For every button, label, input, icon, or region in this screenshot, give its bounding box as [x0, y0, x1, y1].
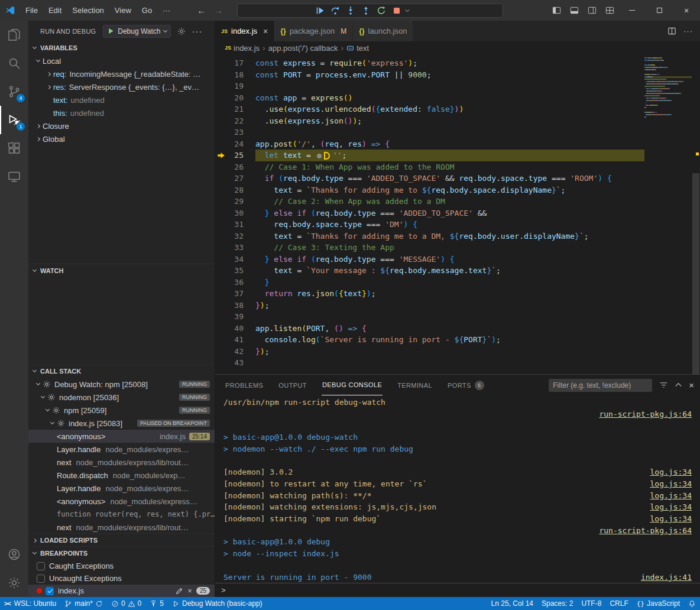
line-number[interactable]: 35: [215, 265, 255, 277]
source-control-icon[interactable]: 4: [0, 77, 28, 106]
console-source-link[interactable]: log.js:34: [639, 490, 692, 502]
editor-gutter[interactable]: 1718192021222324252627282930313233343536…: [215, 54, 255, 374]
debug-status[interactable]: Debug Watch (basic-app): [168, 597, 267, 610]
variable-row[interactable]: text:undefined: [28, 93, 215, 106]
code-line[interactable]: [255, 311, 644, 323]
exception-checkbox[interactable]: [37, 562, 45, 570]
forward-arrow-icon[interactable]: →: [214, 5, 223, 15]
line-number[interactable]: 31: [215, 219, 255, 231]
variable-row[interactable]: req:IncomingMessage {_readableState: …: [28, 67, 215, 80]
line-number[interactable]: 29: [215, 196, 255, 207]
code-line[interactable]: } else if (req.body.type === 'ADDED_TO_S…: [255, 207, 644, 219]
customize-layout-icon[interactable]: [601, 2, 618, 20]
code-line[interactable]: return res.json({text});: [255, 288, 644, 300]
breakpoint-row[interactable]: Caught Exceptions: [28, 560, 215, 572]
callstack-session[interactable]: nodemon [25036]RUNNING: [28, 391, 215, 404]
code-line[interactable]: console.log(`Server is running in port -…: [255, 334, 644, 346]
minimize-button[interactable]: [618, 0, 646, 21]
code-line[interactable]: const express = require('express');: [255, 57, 644, 69]
code-line[interactable]: // Case 3: Texting the App: [255, 242, 644, 254]
code-area[interactable]: const express = require('express');const…: [255, 54, 644, 374]
code-line[interactable]: app.post('/', (req, res) => {: [255, 138, 644, 150]
edit-breakpoint-icon[interactable]: [175, 587, 183, 595]
menu-go[interactable]: Go: [137, 0, 157, 21]
code-line[interactable]: // Case 1: When App was added to the ROO…: [255, 161, 644, 173]
line-number[interactable]: 28: [215, 184, 255, 196]
command-center[interactable]: [237, 4, 503, 18]
code-line[interactable]: } else if (req.body.type === 'MESSAGE') …: [255, 254, 644, 265]
line-number[interactable]: 43: [215, 357, 255, 369]
code-line-current[interactable]: let text = '';: [255, 150, 644, 161]
line-number[interactable]: 26: [215, 161, 255, 173]
callstack-session[interactable]: Debug Watch: npm [25008]RUNNING: [28, 378, 215, 391]
menu-[interactable]: ···: [157, 0, 176, 21]
minimap[interactable]: [644, 54, 692, 374]
callstack-frame[interactable]: nextnode_modules/express/lib/rout…: [28, 456, 215, 469]
breakpoint-row[interactable]: Uncaught Exceptions: [28, 572, 215, 585]
line-number[interactable]: 32: [215, 231, 255, 242]
problems-status[interactable]: 0 0: [107, 597, 145, 610]
console-source-link[interactable]: log.js:34: [639, 478, 692, 490]
callstack-frame[interactable]: function router(req, res, next) {.pr…: [28, 508, 215, 521]
scrollbar-thumb[interactable]: [692, 173, 699, 374]
debug-toolbar-chevron-icon[interactable]: [404, 8, 410, 14]
git-branch-status[interactable]: main*: [60, 597, 107, 610]
variables-scope-row[interactable]: Closure: [28, 119, 215, 132]
editor-more-actions-icon[interactable]: ···: [683, 27, 693, 35]
maximize-panel-icon[interactable]: [674, 381, 683, 390]
split-editor-icon[interactable]: [667, 27, 676, 35]
remove-breakpoint-icon[interactable]: ×: [187, 586, 192, 595]
code-line[interactable]: [255, 80, 644, 92]
callstack-frame[interactable]: Layer.handlenode_modules/expres…: [28, 482, 215, 495]
code-line[interactable]: const app = express(): [255, 92, 644, 104]
maximize-button[interactable]: [646, 0, 673, 21]
eol-status[interactable]: CRLF: [605, 597, 632, 610]
breadcrumb-variable[interactable]: text: [346, 44, 369, 53]
line-number[interactable]: 24: [215, 138, 255, 150]
breakpoint-checkbox[interactable]: [46, 587, 54, 595]
menu-view[interactable]: View: [109, 0, 137, 21]
toggle-sidebar-icon[interactable]: [547, 2, 565, 20]
settings-gear-icon[interactable]: [0, 569, 28, 597]
watch-header[interactable]: WATCH: [28, 264, 215, 277]
line-number[interactable]: 19: [215, 80, 255, 92]
language-status[interactable]: {}JavaScript: [633, 597, 684, 610]
breadcrumb-file[interactable]: JS index.js: [225, 44, 260, 53]
step-into-button[interactable]: [344, 4, 357, 17]
console-source-link[interactable]: log.js:34: [639, 501, 692, 513]
callstack-frame[interactable]: nextnode_modules/express/lib/rout…: [28, 521, 215, 533]
menu-file[interactable]: File: [20, 0, 43, 21]
console-source-link[interactable]: log.js:34: [639, 513, 692, 525]
remote-indicator[interactable]: >< WSL: Ubuntu: [0, 597, 60, 610]
line-number[interactable]: 30: [215, 207, 255, 219]
line-number[interactable]: 37: [215, 288, 255, 300]
line-number[interactable]: 18: [215, 69, 255, 81]
console-filter-input[interactable]: [549, 379, 652, 392]
panel-tab-problems[interactable]: PROBLEMS: [225, 375, 264, 395]
debug-console-output[interactable]: /usr/bin/npm run-script debug-watch run-…: [215, 395, 700, 583]
code-line[interactable]: app.listen(PORT, () => {: [255, 323, 644, 335]
restart-button[interactable]: [375, 4, 388, 17]
continue-button[interactable]: [313, 4, 326, 17]
code-line[interactable]: // Case 2: When App was added to a DM: [255, 196, 644, 207]
line-number[interactable]: 23: [215, 126, 255, 138]
panel-tab-terminal[interactable]: TERMINAL: [397, 375, 433, 395]
sidebar-more-actions-icon[interactable]: ···: [192, 26, 203, 36]
console-source-link[interactable]: index.js:41: [629, 572, 692, 583]
variables-scope-row[interactable]: Local: [28, 54, 215, 67]
editor-tab-package.json[interactable]: {}package.jsonM: [274, 21, 353, 41]
variables-scope-row[interactable]: Global: [28, 132, 215, 145]
step-out-button[interactable]: [359, 4, 372, 17]
code-line[interactable]: text = `Your message : ${req.body.messag…: [255, 265, 644, 277]
editor-tab-launch.json[interactable]: {}launch.json: [353, 21, 413, 41]
code-line[interactable]: .use(express.json());: [255, 115, 644, 127]
code-editor[interactable]: 1718192021222324252627282930313233343536…: [215, 54, 700, 374]
debug-settings-gear-icon[interactable]: [177, 27, 186, 36]
code-line[interactable]: });: [255, 346, 644, 358]
variables-header[interactable]: VARIABLES: [28, 41, 215, 54]
ports-status[interactable]: 5: [145, 597, 168, 610]
console-source-link[interactable]: run-script-pkg.js:64: [587, 408, 692, 420]
code-line[interactable]: .use(express.urlencoded({extended: false…: [255, 103, 644, 115]
panel-tab-output[interactable]: OUTPUT: [278, 375, 307, 395]
code-line[interactable]: if (req.body.type === 'ADDED_TO_SPACE' &…: [255, 173, 644, 184]
